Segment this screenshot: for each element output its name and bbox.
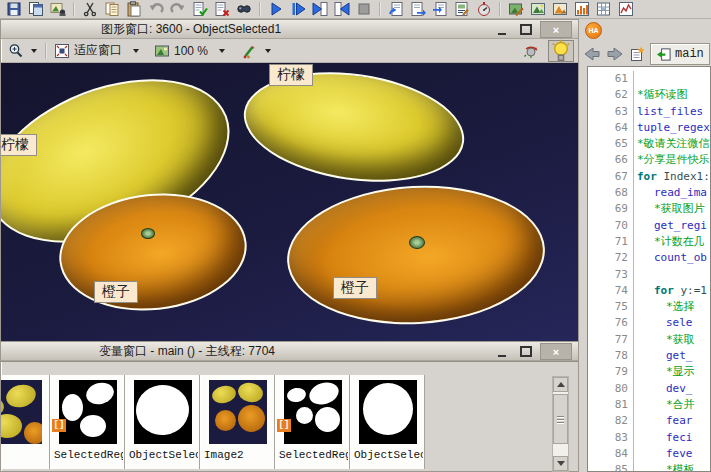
code-line[interactable]: 64tuple_regexp bbox=[588, 120, 710, 136]
maximize-button[interactable] bbox=[516, 23, 536, 37]
code-line[interactable]: 79*显示 bbox=[588, 364, 710, 380]
code-line[interactable]: 72count_ob bbox=[588, 250, 710, 266]
save-icon[interactable] bbox=[3, 1, 25, 18]
code-text: feci bbox=[634, 430, 693, 446]
close-button[interactable]: × bbox=[540, 21, 572, 38]
variable-thumbnail[interactable] bbox=[284, 380, 342, 444]
step-into-doc-icon[interactable] bbox=[429, 1, 451, 18]
fit-window-dropdown[interactable] bbox=[133, 49, 139, 53]
back-arrow-icon[interactable] bbox=[583, 46, 601, 62]
orange-object[interactable] bbox=[284, 179, 549, 330]
zoom-level-button[interactable]: 100 % bbox=[151, 41, 215, 61]
code-line[interactable]: 78get_ bbox=[588, 348, 710, 364]
code-line[interactable]: 66*分享是件快乐 bbox=[588, 152, 710, 168]
variable-thumbnail[interactable] bbox=[134, 380, 192, 444]
edit-image-icon[interactable] bbox=[505, 1, 527, 18]
code-line[interactable]: 83feci bbox=[588, 430, 710, 446]
variable-cell[interactable]: []SelectedReg bbox=[50, 375, 125, 469]
new-window-icon[interactable] bbox=[25, 1, 47, 18]
variable-thumbnail[interactable] bbox=[209, 380, 267, 444]
code-line[interactable]: 80dev_ bbox=[588, 381, 710, 397]
code-line[interactable]: 70get_regi bbox=[588, 218, 710, 234]
code-line[interactable]: 75*选择 bbox=[588, 299, 710, 315]
forward-arrow-icon[interactable] bbox=[606, 46, 624, 62]
step-out-icon[interactable] bbox=[331, 1, 353, 18]
variable-cell[interactable]: ObjectSelec bbox=[125, 375, 200, 469]
code-line[interactable]: 62*循环读图 bbox=[588, 87, 710, 103]
run-to-line-icon[interactable] bbox=[287, 1, 309, 18]
variable-scrollbar[interactable] bbox=[552, 376, 569, 472]
variable-window-titlebar[interactable]: 变量窗口 - main () - 主线程: 7704 × bbox=[1, 342, 578, 361]
draw-tool-dropdown[interactable] bbox=[265, 49, 271, 53]
variable-cell[interactable]: age bbox=[1, 375, 50, 469]
code-text: get_regi bbox=[634, 218, 707, 234]
close-button[interactable]: × bbox=[540, 343, 572, 360]
scrollbar-thumb[interactable] bbox=[553, 394, 568, 444]
tab-main[interactable]: main bbox=[650, 43, 710, 65]
variable-thumbnail[interactable] bbox=[359, 380, 417, 444]
code-line[interactable]: 82fear bbox=[588, 413, 710, 429]
find-icon[interactable] bbox=[233, 1, 255, 18]
feature-inspect-icon[interactable] bbox=[593, 1, 615, 18]
code-line[interactable]: 65*敬请关注微信 bbox=[588, 136, 710, 152]
variable-window-title: 变量窗口 - main () - 主线程: 7704 bbox=[1, 343, 275, 360]
graphics-window: 图形窗口: 3600 - ObjectSelected1 × bbox=[0, 19, 579, 341]
graphics-window-titlebar[interactable]: 图形窗口: 3600 - ObjectSelected1 × bbox=[1, 20, 578, 39]
step-over-icon[interactable] bbox=[309, 1, 331, 18]
stop-icon[interactable] bbox=[353, 1, 375, 18]
undo-icon[interactable] bbox=[145, 1, 167, 18]
fit-window-label: 适应窗口 bbox=[74, 42, 122, 59]
variable-cell[interactable]: []SelectedReg bbox=[275, 375, 350, 469]
toggle-light-button[interactable] bbox=[548, 40, 574, 62]
minimize-button[interactable] bbox=[492, 345, 512, 359]
code-line[interactable]: 61 bbox=[588, 71, 710, 87]
plot-icon[interactable] bbox=[615, 1, 637, 18]
code-text: for y:=1 bbox=[634, 283, 707, 299]
code-line[interactable]: 73 bbox=[588, 267, 710, 283]
code-line[interactable]: 74for y:=1 bbox=[588, 283, 710, 299]
region-blob bbox=[238, 405, 265, 432]
zoom-image-icon[interactable] bbox=[549, 1, 571, 18]
redo-icon[interactable] bbox=[167, 1, 189, 18]
variable-thumbnail[interactable] bbox=[1, 380, 42, 444]
image-canvas[interactable]: 柠檬柠檬橙子橙子 bbox=[1, 63, 578, 342]
variable-cell[interactable]: ObjectSelec bbox=[350, 375, 425, 469]
code-editor[interactable]: 6162*循环读图63list_files (64tuple_regexp65*… bbox=[587, 66, 711, 472]
attach-icon[interactable] bbox=[385, 1, 407, 18]
scroll-up-button[interactable] bbox=[553, 377, 568, 392]
grab-image-icon[interactable] bbox=[47, 1, 69, 18]
code-line[interactable]: 69*获取图片 bbox=[588, 201, 710, 217]
profiler-icon[interactable] bbox=[473, 1, 495, 18]
scroll-down-button[interactable] bbox=[553, 456, 568, 471]
copy-icon[interactable] bbox=[101, 1, 123, 18]
code-line[interactable]: 81*合并 bbox=[588, 397, 710, 413]
graphics-window-icon[interactable] bbox=[527, 1, 549, 18]
new-tab-icon[interactable] bbox=[629, 46, 645, 62]
edit-code-icon[interactable] bbox=[451, 1, 473, 18]
fit-window-button[interactable]: 适应窗口 bbox=[51, 41, 129, 61]
run-icon[interactable] bbox=[265, 1, 287, 18]
variable-thumbnail[interactable] bbox=[59, 380, 117, 444]
code-line[interactable]: 77*获取 bbox=[588, 332, 710, 348]
code-line[interactable]: 63list_files ( bbox=[588, 104, 710, 120]
rotate-3d-button[interactable] bbox=[520, 41, 542, 61]
histogram-icon[interactable] bbox=[571, 1, 593, 18]
zoom-tool-dropdown[interactable] bbox=[31, 49, 37, 53]
code-line[interactable]: 67for Index1:= bbox=[588, 169, 710, 185]
code-line[interactable]: 85*模板 bbox=[588, 462, 710, 472]
code-line[interactable]: 68read_ima bbox=[588, 185, 710, 201]
deactivate-line-icon[interactable] bbox=[211, 1, 233, 18]
code-line[interactable]: 84feve bbox=[588, 446, 710, 462]
code-line[interactable]: 71*计数在几 bbox=[588, 234, 710, 250]
variable-cell[interactable]: Image2 bbox=[200, 375, 275, 469]
minimize-button[interactable] bbox=[492, 23, 512, 37]
paste-icon[interactable] bbox=[123, 1, 145, 18]
cut-icon[interactable] bbox=[79, 1, 101, 18]
activate-line-icon[interactable] bbox=[189, 1, 211, 18]
detach-icon[interactable] bbox=[407, 1, 429, 18]
maximize-button[interactable] bbox=[516, 345, 536, 359]
zoom-tool-button[interactable] bbox=[5, 41, 27, 61]
code-line[interactable]: 76sele bbox=[588, 315, 710, 331]
draw-tool-button[interactable] bbox=[239, 41, 261, 61]
zoom-level-dropdown[interactable] bbox=[219, 49, 225, 53]
